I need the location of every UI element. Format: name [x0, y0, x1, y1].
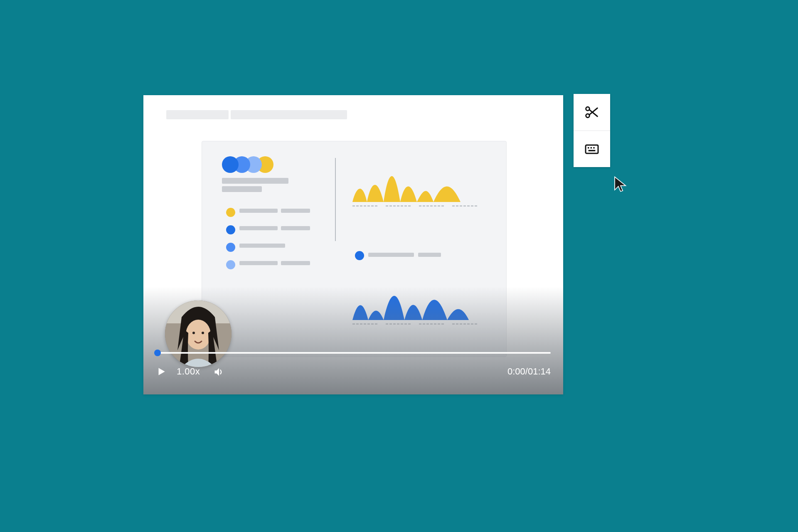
seek-thumb[interactable]: [154, 350, 161, 356]
playback-speed-button[interactable]: 1.00x: [177, 366, 200, 377]
title-placeholder: [231, 110, 347, 119]
text-placeholder: [368, 253, 414, 257]
text-placeholder: [222, 186, 262, 192]
volume-icon: [213, 366, 225, 378]
text-placeholder: [222, 178, 288, 184]
title-placeholder: [166, 110, 229, 119]
svg-rect-11: [591, 147, 592, 148]
svg-rect-13: [589, 150, 596, 151]
legend-dot: [355, 251, 364, 260]
play-icon: [156, 366, 167, 377]
dashboard-slide: [202, 141, 507, 357]
legend-dot: [226, 243, 235, 252]
text-placeholder: [281, 226, 310, 230]
svg-point-4: [202, 332, 204, 334]
play-button[interactable]: [156, 366, 167, 377]
playback-speed-label: 1.00x: [177, 366, 200, 377]
volume-button[interactable]: [213, 366, 225, 378]
metric-circle: [222, 156, 239, 173]
text-placeholder: [239, 209, 278, 213]
legend-dot: [226, 208, 235, 217]
keyboard-button[interactable]: [574, 131, 610, 167]
legend-dot: [226, 225, 235, 234]
text-placeholder: [239, 226, 278, 230]
cursor-icon: [612, 175, 629, 193]
keyboard-icon: [584, 141, 600, 158]
video-player-card: 1.00x 0:00 / 01:14: [143, 95, 563, 394]
trim-button[interactable]: [574, 94, 610, 131]
seek-bar[interactable]: [156, 352, 551, 354]
sparkline-blue: [352, 278, 490, 324]
text-placeholder: [281, 209, 310, 213]
video-controls: 1.00x 0:00 / 01:14: [143, 345, 563, 394]
svg-rect-12: [593, 147, 594, 148]
divider: [335, 158, 336, 241]
duration: 01:14: [528, 366, 551, 377]
current-time: 0:00: [507, 366, 525, 377]
text-placeholder: [239, 244, 285, 248]
time-display: 0:00 / 01:14: [507, 366, 551, 377]
scissors-icon: [584, 104, 600, 121]
svg-rect-9: [586, 145, 598, 153]
text-placeholder: [418, 253, 441, 257]
svg-rect-10: [588, 147, 589, 148]
text-placeholder: [281, 261, 310, 265]
legend-dot: [226, 260, 235, 269]
svg-point-3: [192, 332, 195, 334]
sparkline-yellow: [352, 160, 490, 206]
editing-toolbar: [574, 94, 610, 167]
text-placeholder: [239, 261, 278, 265]
